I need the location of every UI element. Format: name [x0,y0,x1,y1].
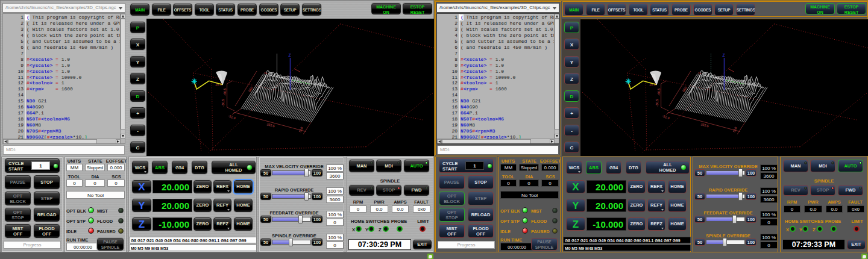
svg-text:950: 950 [248,86,254,93]
svg-text:-40.5: -40.5 [657,88,661,96]
svg-text:510: 510 [298,126,303,133]
svg-text:-52.9: -52.9 [662,114,670,120]
svg-text:510: 510 [732,126,737,133]
svg-text:950: 950 [682,86,688,93]
svg-text:-30.5: -30.5 [221,99,225,107]
svg-text:-40.5: -40.5 [223,88,227,96]
svg-text:Z: Z [723,53,725,57]
svg-text:Z: Z [289,53,291,57]
svg-text:x+: x+ [264,71,268,75]
svg-text:-30.5: -30.5 [655,99,659,107]
svg-text:-52.9: -52.9 [228,114,236,120]
svg-text:x+: x+ [698,71,702,75]
